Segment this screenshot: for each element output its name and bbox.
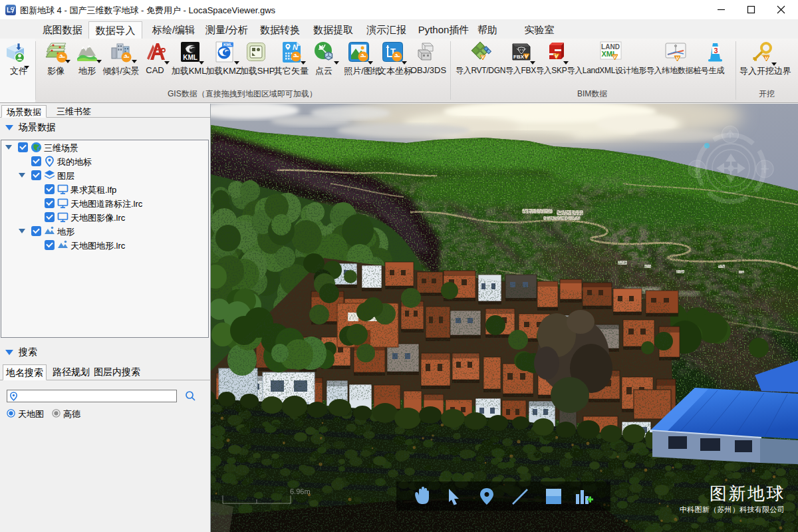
svg-text:FBX: FBX	[513, 54, 525, 60]
svg-text:KML: KML	[223, 43, 232, 47]
svg-text:KML: KML	[183, 54, 198, 61]
svg-text:N: N	[293, 43, 299, 51]
svg-text:6.96m: 6.96m	[290, 487, 311, 495]
svg-text:3: 3	[714, 47, 718, 55]
